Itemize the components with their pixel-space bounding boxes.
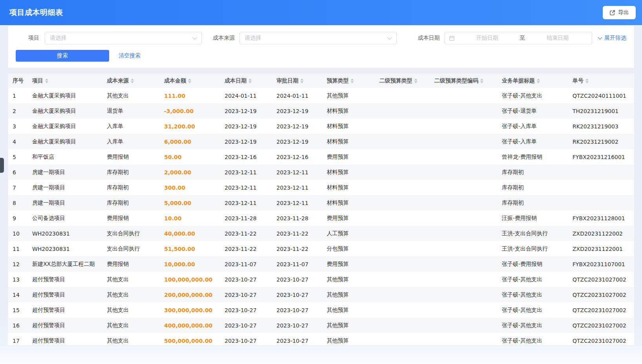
cell-doc_no: QTZC20231027002 [568,272,634,287]
table-row[interactable]: 1金融大厦采购项目其他支出111.002024-01-112024-01-11其… [8,88,634,103]
cell-sub_budget_code [430,272,497,287]
column-header-source[interactable]: 成本来源 [102,73,159,88]
cell-doc_no: QTZC20240111001 [568,88,634,103]
cell-sub_budget_type [375,333,430,345]
clear-search-link[interactable]: 清空搜索 [119,52,141,59]
start-date-input[interactable]: 开始日期 [457,35,518,42]
cell-project: WH20230831 [27,241,102,256]
cell-index: 3 [8,119,27,134]
cell-cost_date: 2023-10-27 [220,302,272,318]
cell-budget_type: 材料预算 [322,119,375,134]
sort-carets-icon[interactable] [188,79,191,83]
cost-date-range-picker[interactable]: 开始日期 至 结束日期 [444,32,592,44]
cell-index: 12 [8,256,27,272]
cell-doc_no: RK20231219002 [568,134,634,149]
cell-cost_date: 2023-11-28 [220,210,272,226]
cell-source: 支出合同执行 [102,241,159,256]
table-row[interactable]: 17超付预警项目其他支出500,000,000.002023-10-272023… [8,333,634,345]
column-header-sub_budget_code[interactable]: 二级预算类型编码 [430,73,497,88]
column-header-sub_budget_type[interactable]: 二级预算类型 [375,73,430,88]
sort-carets-icon[interactable] [585,79,589,83]
column-header-approval_date[interactable]: 审批日期 [272,73,322,88]
column-header-doc_title[interactable]: 业务单据标题 [497,73,568,88]
table-row[interactable]: 14超付预警项目其他支出200,000,000.002023-10-272023… [8,287,634,302]
table-row[interactable]: 13超付预警项目其他支出100,000,000.002023-10-272023… [8,272,634,287]
cost-source-select-placeholder: 请选择 [245,35,261,42]
column-header-amount[interactable]: 成本金额 [159,73,220,88]
cell-doc_title: 汪振-费用报销 [497,210,568,226]
cell-index: 15 [8,302,27,318]
cell-sub_budget_type [375,195,430,210]
cell-index: 9 [8,210,27,226]
cell-amount: 50.00 [159,149,220,165]
column-label-amount: 成本金额 [164,77,186,84]
cell-approval_date: 2023-10-27 [272,287,322,302]
app: 项目成本明细表 导出 项目 请选择 成本来源 请选择 [0,0,642,345]
cell-budget_type: 费用预算 [322,256,375,272]
sort-carets-icon[interactable] [131,79,134,83]
column-header-budget_type[interactable]: 预算类型 [322,73,375,88]
cell-source: 入库单 [102,119,159,134]
table-row[interactable]: 6房建一期项目库存期初2,000.002023-12-112023-12-11材… [8,165,634,180]
table-row[interactable]: 11WH20230831支出合同执行51,500.002023-11-22202… [8,241,634,256]
sort-carets-icon[interactable] [414,79,417,83]
table-row[interactable]: 3金融大厦采购项目入库单31,200.002023-12-192023-12-1… [8,119,634,134]
column-label-budget_type: 预算类型 [327,77,349,84]
cell-project: 金融大厦采购项目 [27,119,102,134]
column-label-doc_title: 业务单据标题 [502,77,535,84]
column-header-cost_date[interactable]: 成本日期 [220,73,272,88]
cell-cost_date: 2023-10-27 [220,318,272,333]
sort-carets-icon[interactable] [351,79,354,83]
column-header-project[interactable]: 项目 [27,73,102,88]
cell-approval_date: 2023-12-11 [272,165,322,180]
table-row[interactable]: 7房建一期项目库存期初300.002023-12-112023-12-11材料预… [8,180,634,195]
cell-approval_date: 2023-10-27 [272,272,322,287]
cell-index: 13 [8,272,27,287]
cell-doc_title: 王洪-支出合同执行 [497,241,568,256]
table-row[interactable]: 12新建XX总部大厦工程二期费用报销10,000.002023-11-07202… [8,256,634,272]
table-row[interactable]: 5和平饭店费用报销50.002023-12-162023-12-16费用预算曾祥… [8,149,634,165]
sort-carets-icon[interactable] [300,79,304,83]
sort-carets-icon[interactable] [45,79,48,83]
sort-carets-icon[interactable] [537,79,540,83]
column-label-source: 成本来源 [107,77,129,84]
project-select[interactable]: 请选择 [45,32,202,44]
cell-amount: 5,000.00 [159,195,220,210]
cell-approval_date: 2023-10-27 [272,333,322,345]
end-date-input[interactable]: 结束日期 [528,35,588,42]
cell-budget_type: 其他预算 [322,318,375,333]
project-filter-label: 项目 [16,35,39,42]
cell-sub_budget_type [375,272,430,287]
cell-source: 库存期初 [102,180,159,195]
cell-doc_title: 张子硕-退货单 [497,103,568,119]
expand-filters-link[interactable]: 展开筛选 [598,35,626,42]
table-row[interactable]: 16超付预警项目其他支出400,000,000.002023-10-272023… [8,318,634,333]
cost-table: 序号项目成本来源成本金额成本日期审批日期预算类型二级预算类型二级预算类型编码业务… [8,73,634,345]
calendar-icon [449,35,455,41]
table-row[interactable]: 8房建一期项目库存期初5,000.002023-12-112023-12-11材… [8,195,634,210]
sort-carets-icon[interactable] [249,79,252,83]
cell-amount: 300,000,000.00 [159,302,220,318]
sort-carets-icon[interactable] [480,79,483,83]
table-row[interactable]: 2金融大厦采购项目退货单-3,000.002023-12-192023-12-1… [8,103,634,119]
cell-sub_budget_code [430,287,497,302]
table-row[interactable]: 15超付预警项目其他支出300,000,000.002023-10-272023… [8,302,634,318]
table-row[interactable]: 9公司备选项目费用报销10.002023-11-282023-11-28费用预算… [8,210,634,226]
search-button[interactable]: 搜索 [16,50,109,62]
cell-approval_date: 2023-11-07 [272,256,322,272]
cell-index: 4 [8,134,27,149]
chevron-down-icon [192,35,197,40]
column-header-doc_no[interactable]: 单号 [568,73,634,88]
table-row[interactable]: 10WH20230831支出合同执行40,000.002023-11-22202… [8,226,634,241]
table-row[interactable]: 4金融大厦采购项目入库单6,000.002023-12-192023-12-19… [8,134,634,149]
cell-doc_title: 库存期初 [497,195,568,210]
export-button[interactable]: 导出 [603,6,636,19]
drawer-handle[interactable] [0,158,4,173]
cell-index: 7 [8,180,27,195]
cell-project: 和平饭店 [27,149,102,165]
cell-amount: 200,000,000.00 [159,287,220,302]
cost-source-select[interactable]: 请选择 [240,32,397,44]
column-label-sub_budget_code: 二级预算类型编码 [434,77,478,84]
cell-approval_date: 2023-12-16 [272,149,322,165]
cell-source: 其他支出 [102,318,159,333]
